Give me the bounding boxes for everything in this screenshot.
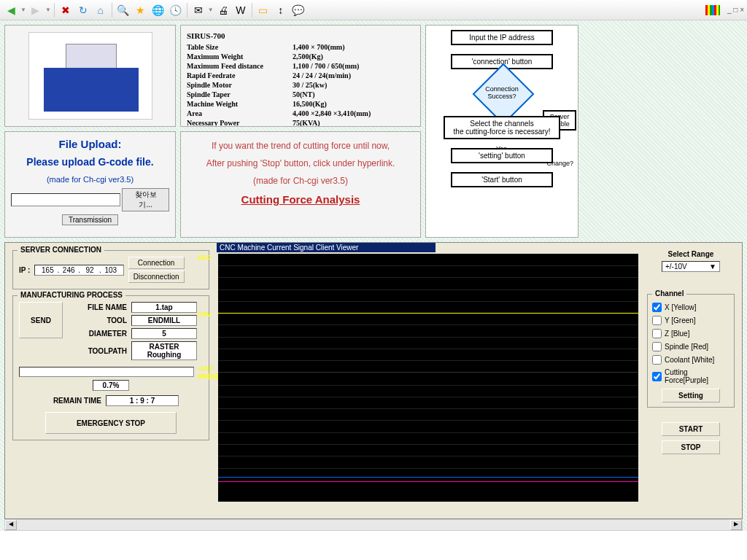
edit-icon[interactable]: W xyxy=(233,2,249,18)
emergency-stop-button[interactable]: EMERGENCY STOP xyxy=(45,412,177,434)
send-button[interactable]: SEND xyxy=(19,302,63,338)
cutting-force-link[interactable]: Cutting Force Analysis xyxy=(241,193,360,206)
forward-icon[interactable]: ▶ xyxy=(28,2,44,18)
ip-label: IP : xyxy=(19,266,30,274)
browse-button[interactable]: 찾아보기... xyxy=(122,188,169,211)
messenger-icon[interactable]: 💬 xyxy=(290,2,306,18)
start-button[interactable]: START xyxy=(662,422,720,436)
cnc-machine-image xyxy=(28,32,152,120)
flow-setting-btn: 'setting' button xyxy=(451,148,553,163)
file-path-input[interactable] xyxy=(11,193,120,206)
channel-checkbox[interactable]: Y [Green] xyxy=(652,316,729,325)
home-icon[interactable]: ⌂ xyxy=(93,2,109,18)
manufacturing-group: MANUFACTURING PROCESS SEND FILE NAME1.ta… xyxy=(12,295,209,440)
trace-cutting-force xyxy=(218,481,638,482)
range-select[interactable]: +/-10V▼ xyxy=(662,261,720,272)
search-icon[interactable]: 🔍 xyxy=(115,2,131,18)
channel-checkbox[interactable]: Coolant [White] xyxy=(652,355,729,365)
progress-bar xyxy=(19,367,194,377)
instr-line1: If you want the trend of cutting force u… xyxy=(190,141,411,151)
flow-decision: Connection Success? xyxy=(473,78,531,107)
channel-checkbox[interactable]: X [Yellow] xyxy=(652,303,729,312)
browser-toolbar: ◀ ▼ ▶ ▼ ✖ ↻ ⌂ 🔍 ★ 🌐 🕓 ✉ ▼ 🖨 W ▭ ↕ 💬 _ □ … xyxy=(0,0,747,20)
trace-x-yellow xyxy=(218,313,638,314)
machine-image-panel xyxy=(4,25,176,127)
instruction-panel: If you want the trend of cutting force u… xyxy=(180,131,421,238)
instr-line2: After pushing 'Stop' button, click under… xyxy=(190,158,411,168)
mail-icon[interactable]: ✉ xyxy=(190,2,206,18)
ip-input[interactable]: 165.246.92.103 xyxy=(34,265,123,276)
upload-note: (made for Ch-cgi ver3.5) xyxy=(11,175,169,184)
page-content: File Upload: Please upload G-code file. … xyxy=(0,20,747,531)
spec-title: SIRUS-700 xyxy=(187,31,225,41)
history-icon[interactable]: 🕓 xyxy=(168,2,184,18)
server-connection-group: SERVER CONNECTION IP : 165.246.92.103 Co… xyxy=(12,250,209,289)
viewer-title: CNC Machine Current Signal Client Viewer xyxy=(217,243,436,252)
channel-checkbox[interactable]: Z [Blue] xyxy=(652,329,729,338)
connection-button[interactable]: Connection xyxy=(128,257,185,269)
instr-line3: (made for Ch-cgi ver3.5) xyxy=(190,176,411,186)
file-upload-panel: File Upload: Please upload G-code file. … xyxy=(4,131,176,238)
stop-icon[interactable]: ✖ xyxy=(58,2,74,18)
flow-select-channels: Select the channelsthe cutting-force is … xyxy=(444,116,560,139)
range-label: Select Range xyxy=(647,250,735,258)
channel-checkbox[interactable]: Spindle [Red] xyxy=(652,342,729,351)
progress-percent: 0.7% xyxy=(93,380,129,391)
windows-flag-icon xyxy=(705,5,720,15)
flowchart-panel: Input the IP address 'connection' button… xyxy=(425,25,578,238)
print-icon[interactable]: 🖨 xyxy=(215,2,231,18)
client-viewer-app: SERVER CONNECTION IP : 165.246.92.103 Co… xyxy=(4,242,743,519)
refresh-icon[interactable]: ↻ xyxy=(75,2,91,18)
note-icon[interactable]: ▭ xyxy=(255,2,271,18)
favorites-icon[interactable]: ★ xyxy=(133,2,149,18)
disconnection-button[interactable]: Disconnection xyxy=(128,271,185,283)
flow-input-ip: Input the IP address xyxy=(451,30,553,45)
window-controls[interactable]: _ □ × xyxy=(727,6,744,14)
channel-group: Channel X [Yellow]Y [Green]Z [Blue]Spind… xyxy=(647,294,735,408)
back-icon[interactable]: ◀ xyxy=(3,2,19,18)
remain-time: 1 : 9 : 7 xyxy=(106,395,179,406)
channel-checkbox[interactable]: Cutting Force[Purple] xyxy=(652,368,729,384)
arrow-icon[interactable]: ↕ xyxy=(273,2,289,18)
spec-panel: SIRUS-700 Table Size1,400 × 700(mm)Maxim… xyxy=(180,25,421,127)
signal-chart: 10.0 0.0V -10.0 500[N] xyxy=(218,254,638,502)
flow-start-btn: 'Start' button xyxy=(451,172,553,187)
setting-button[interactable]: Setting xyxy=(662,389,720,402)
globe-icon[interactable]: 🌐 xyxy=(150,2,166,18)
trace-blue xyxy=(218,477,638,478)
transmission-button[interactable]: Transmission xyxy=(62,214,118,225)
stop-button[interactable]: STOP xyxy=(662,440,720,454)
upload-title: File Upload: xyxy=(11,138,169,150)
horizontal-scrollbar[interactable]: ◀▶ xyxy=(4,519,743,531)
upload-subtitle: Please upload G-code file. xyxy=(11,156,169,168)
